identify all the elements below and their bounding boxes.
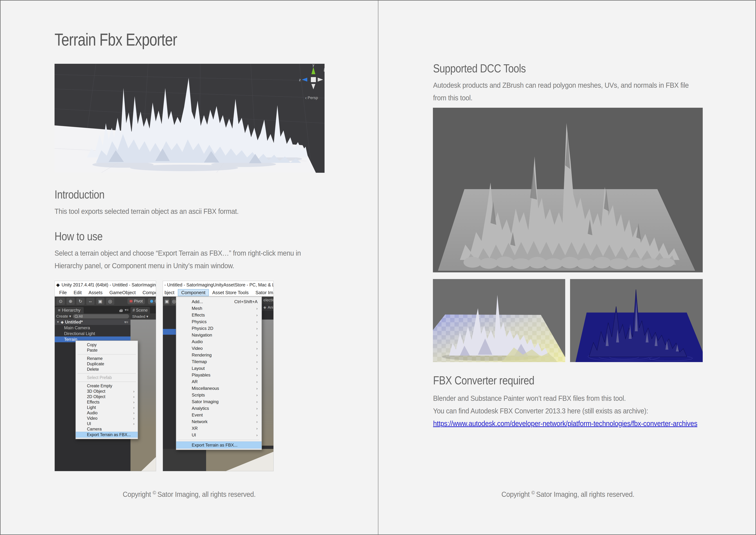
wireframe-render-image	[570, 279, 703, 362]
context-menu-item[interactable]: Delete	[76, 367, 138, 372]
tool-button[interactable]: ◎	[106, 297, 114, 305]
context-menu-item[interactable]: Duplicate	[76, 361, 138, 367]
submenu-arrow-icon: ›	[256, 333, 257, 337]
dropdown-menu-item[interactable]: Rendering ›	[176, 352, 261, 358]
submenu-arrow-icon: ›	[256, 406, 257, 410]
context-menu-item[interactable]: Effects ›	[76, 399, 138, 405]
fbx-converter-link[interactable]: https://www.autodesk.com/developer-netwo…	[433, 420, 697, 428]
dropdown-menu-item[interactable]: Analytics ›	[176, 405, 261, 411]
create-button[interactable]: Create ▾	[56, 314, 71, 319]
tool-button[interactable]: ↻	[76, 297, 85, 305]
submenu-arrow-icon: ›	[256, 426, 257, 431]
scene-tab[interactable]: # Scene	[130, 307, 150, 313]
tool-button[interactable]: ▣	[96, 297, 104, 305]
hierarchy-row[interactable]: Directional Light	[55, 331, 130, 336]
lock-icon	[324, 68, 325, 70]
context-menu-item[interactable]: Video ›	[76, 415, 138, 421]
tool-button[interactable]: ⇔	[86, 297, 94, 305]
hierarchy-row[interactable]: ▼ ◆ Untitled* ▾≡	[55, 319, 130, 325]
panel-menu-icon[interactable]: ▾≡	[125, 308, 129, 312]
dropdown-menu-item[interactable]: Playables ›	[176, 372, 261, 378]
dropdown-menu-item[interactable]: Effects ›	[176, 312, 261, 318]
context-menu-item[interactable]: 2D Object ›	[76, 394, 138, 399]
submenu-arrow-icon: ›	[256, 346, 257, 351]
menubar-item[interactable]: Asset Store Tools	[209, 289, 252, 296]
dropdown-menu-item[interactable]: Add... Ctrl+Shift+A	[176, 298, 261, 305]
context-menu-item[interactable]: 3D Object ›	[76, 388, 138, 394]
context-menu-item[interactable]: Paste	[76, 348, 138, 353]
context-menu-item[interactable]	[78, 354, 136, 354]
context-menu-item[interactable]: Copy	[76, 342, 138, 348]
context-menu-item[interactable]: Rename	[76, 356, 138, 361]
dropdown-menu-item[interactable]	[178, 440, 259, 440]
dropdown-menu-item[interactable]: Event ›	[176, 411, 261, 418]
submenu-arrow-icon: ›	[256, 413, 257, 417]
context-menu-item[interactable]: Create Empty	[76, 383, 138, 388]
menubar-item[interactable]: bject	[163, 289, 178, 296]
tool-button[interactable]: ⊙	[57, 297, 65, 305]
context-menu-item[interactable]: Export Terrain as FBX...	[76, 432, 138, 437]
menubar-item[interactable]: GameObject	[106, 289, 139, 296]
toolbar-sliver: ▣◎	[163, 296, 177, 306]
context-menu-item[interactable]: Audio ›	[76, 410, 138, 415]
menubar-item[interactable]: File	[56, 289, 70, 296]
pivot-button[interactable]: Pivot	[127, 298, 145, 304]
dropdown-menu-item[interactable]: Scripts ›	[176, 392, 261, 398]
context-menu-item[interactable]: Select Prefab	[76, 375, 138, 380]
hierarchy-tab-icon: ≡	[58, 308, 61, 313]
dropdown-menu-item[interactable]: Sator Imaging ›	[176, 398, 261, 405]
dropdown-menu-item[interactable]: Miscellaneous ›	[176, 385, 261, 392]
selected-row-sliver	[163, 329, 176, 335]
menubar-item[interactable]: Assets	[85, 289, 106, 296]
page-title: Terrain Fbx Exporter	[55, 30, 177, 49]
context-menu-item[interactable]	[78, 381, 136, 382]
dropdown-menu-item[interactable]: Mesh ›	[176, 305, 261, 312]
global-icon	[150, 300, 153, 303]
dropdown-menu-item[interactable]: Audio ›	[176, 338, 261, 345]
dropdown-menu-item[interactable]: Network ›	[176, 418, 261, 425]
hierarchy-row[interactable]: Main Camera	[55, 325, 130, 331]
hierarchy-tab[interactable]: ≡ Hierarchy	[55, 307, 84, 313]
howto-heading: How to use	[55, 230, 103, 243]
menubar-item[interactable]: Component	[139, 289, 156, 296]
dropdown-menu-item[interactable]: Physics 2D ›	[176, 325, 261, 332]
dropdown-menu-item[interactable]: Export Terrain as FBX...	[176, 441, 261, 449]
scene-asset-icon: ◆	[61, 320, 64, 324]
persp-label: Persp	[308, 96, 318, 100]
global-button[interactable]: Globa	[148, 298, 156, 304]
menubar-item[interactable]: Component	[178, 289, 209, 296]
menubar-item[interactable]: Sator Imaging	[252, 289, 273, 296]
dropdown-menu-item[interactable]: Layout ›	[176, 365, 261, 372]
submenu-arrow-icon: ›	[256, 366, 257, 371]
component-dropdown-menu: Add... Ctrl+Shift+A Mesh › Effects ›	[176, 296, 262, 450]
context-menu-item[interactable]: Light ›	[76, 405, 138, 410]
hierarchy-search-input[interactable]: All	[73, 314, 129, 319]
tool-button[interactable]: ⊕	[67, 297, 75, 305]
shading-mode-dropdown[interactable]: Shaded▾	[130, 313, 156, 320]
submenu-arrow-icon: ›	[256, 359, 257, 364]
fbx-heading: FBX Converter required	[433, 374, 534, 387]
copyright-icon: ©	[531, 490, 535, 495]
dropdown-menu-item[interactable]: XR ›	[176, 425, 261, 432]
animation-panel-label: ◈ Ani	[262, 304, 274, 311]
context-menu-item[interactable]: UI ›	[76, 421, 138, 426]
dropdown-menu-item[interactable]: AR ›	[176, 378, 261, 385]
unity-menubar: FileEditAssetsGameObjectComponentAsset S…	[55, 289, 156, 296]
dropdown-menu-item[interactable]: Video ›	[176, 345, 261, 352]
screenshot-component-menu: - Untitled - SatorImagingUnityAssetStore…	[163, 281, 274, 471]
submenu-arrow-icon: ›	[256, 420, 257, 424]
dropdown-menu-item[interactable]: Physics ›	[176, 318, 261, 325]
tool-button[interactable]: ▣	[164, 297, 170, 305]
submenu-arrow-icon: ›	[256, 313, 257, 317]
persp-arrow-icon: ‹	[305, 95, 307, 100]
menubar-item[interactable]: Edit	[70, 289, 85, 296]
dcc-line2: from this tool.	[433, 94, 472, 102]
context-menu-item[interactable]: Camera	[76, 426, 138, 432]
submenu-arrow-icon: ›	[133, 406, 134, 409]
context-menu-item[interactable]	[78, 373, 136, 374]
submenu-arrow-icon: ›	[256, 386, 257, 390]
dropdown-menu-item[interactable]: Tilemap ›	[176, 358, 261, 365]
dropdown-menu-item[interactable]: UI ›	[176, 432, 261, 438]
unity-menubar: bjectComponentAsset Store ToolsSator Ima…	[163, 289, 273, 296]
dropdown-menu-item[interactable]: Navigation ›	[176, 332, 261, 338]
